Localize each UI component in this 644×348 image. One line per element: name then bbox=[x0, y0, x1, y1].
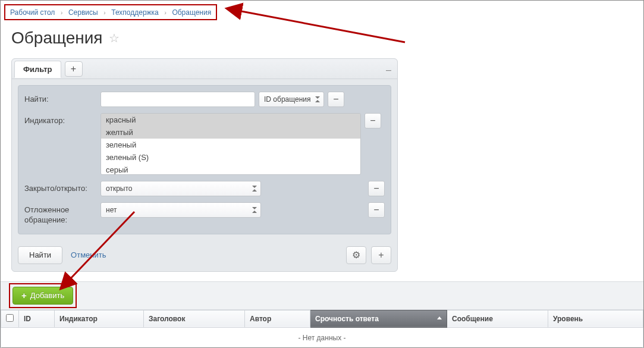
list-item[interactable]: красный bbox=[101, 114, 360, 126]
column-urgency-label: Срочность ответа bbox=[315, 315, 379, 323]
id-type-select[interactable]: ID обращения bbox=[259, 92, 324, 107]
add-condition-button[interactable]: + bbox=[371, 246, 391, 264]
closed-open-select-value: открыто bbox=[106, 184, 133, 193]
find-input[interactable] bbox=[100, 92, 255, 107]
breadcrumb: Рабочий стол › Сервисы › Техподдержка › … bbox=[4, 4, 217, 20]
column-id[interactable]: ID bbox=[19, 310, 55, 327]
gear-icon: ⚙ bbox=[352, 249, 360, 261]
chevron-right-icon: › bbox=[61, 10, 62, 16]
deferred-label: Отложенное обращение: bbox=[24, 202, 96, 225]
filter-panel: Фильтр + – Найти: ID обращения − bbox=[11, 58, 398, 272]
action-bar: + Добавить bbox=[1, 281, 643, 310]
breadcrumb-item[interactable]: Обращения bbox=[172, 8, 211, 17]
column-message[interactable]: Сообщение bbox=[447, 310, 548, 327]
column-title[interactable]: Заголовок bbox=[144, 310, 245, 327]
cancel-link[interactable]: Отменить bbox=[67, 250, 109, 259]
no-data-row: - Нет данных - bbox=[1, 327, 643, 348]
deferred-select[interactable]: нет bbox=[100, 202, 261, 218]
plus-icon: + bbox=[21, 290, 27, 300]
plus-icon: + bbox=[378, 250, 384, 261]
settings-button[interactable]: ⚙ bbox=[346, 246, 366, 264]
tab-filter[interactable]: Фильтр bbox=[14, 61, 61, 78]
remove-row-button[interactable]: − bbox=[368, 181, 385, 196]
add-button[interactable]: + Добавить bbox=[12, 287, 73, 305]
indicator-listbox[interactable]: красный желтый зеленый зеленый (S) серый bbox=[100, 113, 361, 175]
page-title-text: Обращения bbox=[11, 29, 103, 48]
find-label: Найти: bbox=[24, 92, 96, 105]
select-all-checkbox[interactable] bbox=[6, 314, 14, 322]
deferred-select-value: нет bbox=[106, 206, 117, 214]
breadcrumb-item[interactable]: Рабочий стол bbox=[10, 8, 55, 17]
closed-open-select[interactable]: открыто bbox=[100, 181, 261, 196]
page-title: Обращения ☆ bbox=[11, 29, 641, 48]
filter-tabs: Фильтр + – bbox=[12, 59, 397, 79]
search-button[interactable]: Найти bbox=[18, 246, 62, 264]
indicator-label: Индикатор: bbox=[24, 113, 96, 126]
list-item[interactable]: серый bbox=[101, 164, 360, 175]
chevron-right-icon: › bbox=[103, 10, 105, 16]
list-item[interactable]: зеленый bbox=[101, 139, 360, 151]
add-button-label: Добавить bbox=[30, 291, 64, 300]
add-highlight-box: + Добавить bbox=[9, 283, 77, 308]
column-level[interactable]: Уровень bbox=[548, 310, 643, 327]
list-item[interactable]: зеленый (S) bbox=[101, 151, 360, 164]
list-item[interactable]: желтый bbox=[101, 126, 360, 139]
breadcrumb-item[interactable]: Техподдержка bbox=[111, 8, 159, 17]
sort-asc-icon bbox=[437, 316, 442, 319]
remove-row-button[interactable]: − bbox=[365, 113, 381, 128]
chevron-right-icon: › bbox=[164, 10, 166, 16]
data-grid: ID Индикатор Заголовок Автор Срочность о… bbox=[1, 310, 643, 348]
remove-row-button[interactable]: − bbox=[368, 202, 385, 218]
column-indicator[interactable]: Индикатор bbox=[55, 310, 144, 327]
breadcrumb-item[interactable]: Сервисы bbox=[68, 8, 98, 17]
column-urgency[interactable]: Срочность ответа bbox=[310, 310, 447, 327]
filter-footer: Найти Отменить ⚙ + bbox=[12, 240, 397, 264]
filter-body: Найти: ID обращения − Индикатор: крас bbox=[18, 85, 391, 234]
select-all-header[interactable] bbox=[1, 310, 19, 327]
remove-row-button[interactable]: − bbox=[328, 92, 344, 107]
closed-label: Закрыто/открыто: bbox=[24, 181, 96, 194]
add-filter-tab-button[interactable]: + bbox=[65, 61, 83, 77]
collapse-icon[interactable]: – bbox=[386, 65, 391, 76]
id-type-select-value: ID обращения bbox=[264, 95, 310, 104]
column-author[interactable]: Автор bbox=[245, 310, 310, 327]
star-icon[interactable]: ☆ bbox=[109, 31, 120, 45]
